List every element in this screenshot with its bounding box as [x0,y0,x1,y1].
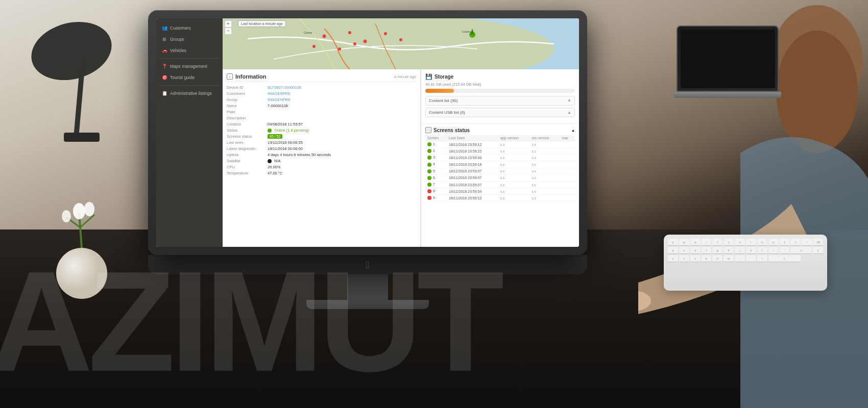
content-usb-label: Content USB list (0) [429,110,465,115]
storage-bar [425,89,575,93]
sidebar-item-tourist[interactable]: 🎯 Tourist guide [156,72,223,83]
svg-point-0 [25,15,118,89]
value-satellite: N/A [268,159,281,163]
sidebar-item-customers[interactable]: 👥 Customers [156,22,223,34]
imac-screen: 👥 Customers ⊞ Groups 🚗 Vehicles [156,18,579,247]
screen-status-dot [427,189,431,193]
vehicles-icon: 🚗 [161,47,167,54]
label-latest-diagnostic: Latest diagnostic [227,146,268,151]
monitor: 👥 Customers ⊞ Groups 🚗 Vehicles [148,10,587,309]
value-cpu: 26.00% [268,165,280,169]
cell-last-seen: 18/11/2018 23:59:12 [447,195,498,201]
plant-decoration [51,202,112,306]
svg-point-25 [776,31,858,153]
field-screens-status: Screens status 85 / 52 [227,134,416,139]
field-last-seen: Last seen 19/11/2018 00:06:55 [227,140,416,145]
value-device-id[interactable]: BLT0607-00000108 [268,85,301,90]
information-title: Information [235,73,267,80]
field-device-id: Device ID BLT0607-00000108 [227,85,416,90]
key-32: n [712,255,722,262]
key-35: . [746,255,756,262]
screens-badge: 85 / 52 [268,134,282,139]
key-10: p [768,239,779,246]
label-device-id: Device ID [227,85,268,90]
cell-app-version: s.s [498,155,530,161]
col-last-seen: Last Seen [447,135,498,141]
keyboard-body: q w e r t y u i o p [ ] \ ⌫ a s d f g h [664,235,827,291]
screen-status-dot [427,183,431,187]
sidebar-item-maps[interactable]: 📍 Maps management [156,61,223,72]
cell-res-version: s.s [529,141,560,148]
key-37: ⇧ [768,255,801,262]
svg-point-19 [353,42,356,45]
content-usb-accordion: Content USB list (0) ▲ [425,108,575,117]
keyboard-keys: q w e r t y u i o p [ ] \ ⌫ a s d f g h [664,235,827,266]
map-zoom-in[interactable]: + [225,20,232,28]
key-30: v [690,255,701,262]
cell-last-seen: 18/11/2018 23:59:12 [447,141,498,148]
label-cpu: CPU [227,165,268,169]
svg-point-8 [84,202,94,216]
col-screen: Screen [425,135,447,141]
status-online-dot [268,129,272,133]
laptop-base [674,92,781,98]
map-last-location-label: Last location a minute ago [238,20,286,27]
cell-res-version: s.s [529,148,560,155]
key-15: a [668,247,678,254]
key-26: ↵ [790,247,812,254]
svg-point-17 [312,45,316,48]
label-group: Group [227,97,268,102]
cell-screen: 4 [425,161,447,168]
key-9: o [757,239,767,246]
app-sidebar: 👥 Customers ⊞ Groups 🚗 Vehicles [156,18,223,247]
map-zoom-out[interactable]: − [225,28,232,35]
screen-status-dot [427,149,431,153]
label-plate: Plate [227,110,268,114]
field-uptime: Uptime 4 days 4 hours 8 minutes 50 secon… [227,152,416,157]
field-name: Name 7-00000108 [227,104,416,108]
cell-mac [560,181,575,188]
svg-point-15 [384,32,387,35]
value-customers[interactable]: IMAGENPRE [268,91,291,96]
sidebar-divider-1 [160,58,219,59]
imac-foot [306,300,429,309]
cell-mac [560,195,575,201]
sidebar-divider-2 [160,85,219,86]
right-panels: 💾 Storage 40.81 GB used (215.34 GB total… [421,69,579,247]
value-group[interactable]: IMAGENPRE [268,97,291,102]
sidebar-item-admin[interactable]: 📋 Administrative listings [156,88,223,99]
screens-table-header-row: Screen Last Seen app version res version… [425,135,575,141]
screens-collapse-btn[interactable]: ▲ [571,129,575,132]
content-list-header[interactable]: Content list (50) ▼ [426,96,574,105]
storage-title: Storage [435,74,453,80]
screen-content: 👥 Customers ⊞ Groups 🚗 Vehicles [156,18,579,247]
key-17: d [690,247,701,254]
cell-app-version: s.s [498,168,530,174]
cell-res-version: s.s [529,155,560,161]
value-screens-status: 85 / 52 [268,134,282,139]
svg-text:Castro: Castro [462,30,471,33]
cell-mac [560,174,575,181]
value-temperature: 47.00 °C [268,171,282,175]
sidebar-item-groups[interactable]: ⊞ Groups [156,34,223,45]
label-last-seen: Last seen [227,140,268,145]
cell-last-seen: 18/11/2018 23:59:07 [447,168,498,174]
sidebar-item-vehicles[interactable]: 🚗 Vehicles [156,45,223,56]
cell-res-version: s.s [529,174,560,181]
storage-icon: 💾 [425,73,432,80]
key-4: r [702,239,712,246]
label-uptime: Uptime [227,152,268,157]
groups-icon: ⊞ [161,36,167,42]
label-temperature: Temperature [227,171,268,175]
satellite-dot [268,159,272,163]
key-31: b [702,255,712,262]
main-content: Ceuta Castro + − Last location a minute … [223,18,579,247]
content-usb-arrow: ▲ [567,110,571,115]
content-usb-header[interactable]: Content USB list (0) ▲ [426,108,574,117]
cell-screen: 5 [425,168,447,174]
key-34: , [735,255,745,262]
label-status: Status [227,128,268,133]
table-row: 3 18/11/2018 23:59:00 s.s s.s [425,155,575,161]
key-36: / [757,255,767,262]
apple-logo:  [366,259,369,271]
